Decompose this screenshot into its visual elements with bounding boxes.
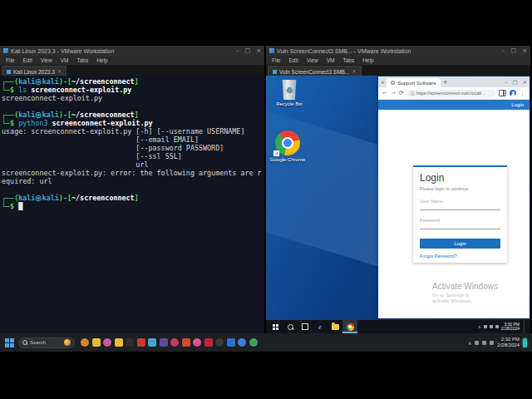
taskbar-pinned-app-purple[interactable]	[160, 338, 168, 347]
username-field[interactable]: User Name	[420, 199, 500, 210]
maximize-icon[interactable]: □	[512, 79, 517, 86]
password-field[interactable]: Password	[420, 218, 500, 229]
address-bar[interactable]: ⓘ https://screenconnect-vuln.local/...	[407, 90, 495, 97]
vmware-window-windows: Vuln ScreenConnect3 SMB... - VMware Work…	[266, 46, 530, 333]
menu-item-help[interactable]: Help	[362, 57, 373, 63]
login-title: Login	[420, 172, 500, 184]
menu-item-file[interactable]: File	[272, 57, 280, 63]
taskbar-pinned-app-dark[interactable]	[215, 338, 224, 347]
show-desktop-button[interactable]	[524, 320, 527, 333]
chrome-taskbar-button[interactable]	[342, 320, 357, 333]
taskbar-pinned-terminal[interactable]	[126, 338, 134, 347]
terminal-line: url	[2, 160, 263, 169]
chrome-icon	[347, 323, 354, 331]
menu-item-view[interactable]: View	[307, 57, 318, 63]
minimize-icon[interactable]: –	[502, 48, 505, 54]
tab-close-icon[interactable]: ×	[352, 68, 356, 75]
taskbar-pinned-app-green[interactable]	[249, 338, 258, 347]
start-button[interactable]	[268, 320, 283, 333]
task-view-button[interactable]	[298, 320, 313, 333]
menu-item-file[interactable]: File	[6, 57, 14, 63]
menu-item-tabs[interactable]: Tabs	[342, 57, 354, 63]
taskbar-pinned-app-blue-triangle[interactable]	[227, 338, 235, 347]
tab-search-icon[interactable]: ∨	[381, 79, 384, 85]
taskbar-pinned-app-music[interactable]	[204, 338, 213, 347]
terminal-line: ┌──(kali㉿kali)-[~/screenconnect]	[2, 111, 263, 119]
browser-tab[interactable]: Support Software	[387, 78, 440, 87]
menu-item-view[interactable]: View	[41, 57, 52, 63]
search-button[interactable]	[283, 320, 298, 333]
network-icon[interactable]	[490, 341, 494, 345]
menu-item-help[interactable]: Help	[96, 57, 107, 63]
clock[interactable]: 3:32 PM 2/28/2024	[501, 323, 520, 332]
task-view-icon	[302, 323, 308, 330]
network-icon[interactable]	[490, 325, 493, 328]
taskbar-pinned-app-vermilion[interactable]	[182, 338, 190, 347]
reload-icon[interactable]: ⟳	[399, 91, 404, 96]
vmware-menubar: FileEditViewVMTabsHelp	[0, 56, 264, 66]
taskbar-pinned-app-red[interactable]	[137, 338, 145, 347]
taskbar-pinned-app-crimson[interactable]	[170, 338, 179, 347]
search-icon	[288, 324, 293, 330]
terminal-line: ┌──(kali㉿kali)-[~/screenconnect]	[2, 194, 263, 202]
terminal-line: ┌──(kali㉿kali)-[~/screenconnect]	[2, 77, 263, 86]
menu-item-edit[interactable]: Edit	[22, 57, 32, 63]
host-search-box[interactable]: Search	[18, 337, 75, 348]
desktop-icon-recycle-bin[interactable]: ♻ Recycle Bin	[269, 80, 309, 106]
menu-kebab-icon[interactable]: ⋮	[520, 90, 525, 96]
window-titlebar[interactable]: Kali Linux 2023.3 - VMware Workstation –…	[0, 46, 264, 56]
volume-icon[interactable]	[482, 341, 486, 345]
shortcut-arrow-icon: ↗	[273, 150, 279, 156]
edge-button[interactable]: e	[313, 320, 328, 333]
tab-close-icon[interactable]: ×	[57, 68, 62, 75]
taskbar-pinned-file-explorer[interactable]	[115, 338, 123, 347]
taskbar-pinned-app-teal[interactable]	[148, 338, 156, 347]
desktop-icon-label: Google Chrome	[270, 157, 305, 162]
chrome-browser-window: ∨ Support Software + – □ × ← → ⟳ ⓘ htt	[378, 76, 530, 318]
profile-avatar[interactable]	[510, 90, 516, 96]
minimize-icon[interactable]: –	[236, 48, 239, 54]
close-icon[interactable]: ×	[522, 48, 527, 54]
chrome-icon: ↗	[275, 131, 300, 155]
tray-chevron-icon[interactable]: ∧	[478, 324, 481, 329]
file-explorer-button[interactable]	[328, 320, 342, 333]
desktop-icon-google-chrome[interactable]: ↗ Google Chrome	[268, 131, 308, 162]
forward-icon[interactable]: →	[391, 91, 396, 96]
site-favicon	[391, 81, 395, 85]
url-text: https://screenconnect-vuln.local/...	[416, 91, 485, 96]
taskbar-pinned-app-orange[interactable]	[81, 338, 89, 347]
taskbar-pinned-app-pink[interactable]	[193, 338, 201, 347]
new-tab-button[interactable]: +	[443, 79, 448, 86]
login-button[interactable]: Login	[420, 239, 500, 249]
host-clock[interactable]: 2:32 PM 2/28/2024	[497, 337, 520, 348]
back-icon[interactable]: ←	[382, 91, 387, 96]
site-info-icon: ⓘ	[411, 91, 415, 96]
kali-terminal[interactable]: ┌──(kali㉿kali)-[~/screenconnect]└─$ ls s…	[0, 76, 264, 333]
pinned-apps	[81, 338, 258, 347]
host-start-button[interactable]	[5, 338, 14, 347]
menu-item-edit[interactable]: Edit	[288, 57, 298, 63]
menu-item-tabs[interactable]: Tabs	[76, 57, 88, 63]
tray-chevron-icon[interactable]: ∧	[468, 340, 471, 346]
notification-badge[interactable]	[523, 338, 527, 347]
notifications-icon[interactable]	[484, 325, 487, 328]
menu-item-vm[interactable]: VM	[61, 57, 69, 63]
volume-icon[interactable]	[495, 325, 499, 328]
close-icon[interactable]: ×	[523, 79, 527, 86]
header-login-link[interactable]: Login	[511, 102, 524, 107]
vm-tab-label: Kali Linux 2023.3	[13, 69, 55, 75]
language-icon[interactable]	[475, 341, 479, 345]
login-card: Login Please login to continue. User Nam…	[413, 165, 507, 263]
window-titlebar[interactable]: Vuln ScreenConnect3 SMB... - VMware Work…	[266, 46, 530, 56]
taskbar-pinned-app-gold[interactable]	[92, 338, 101, 347]
windows-tab-icon	[273, 70, 277, 74]
side-panel-icon[interactable]	[499, 90, 506, 96]
menu-item-vm[interactable]: VM	[327, 57, 335, 63]
taskbar-pinned-app-magenta[interactable]	[103, 338, 111, 347]
maximize-icon[interactable]: □	[245, 48, 251, 54]
close-icon[interactable]: ×	[256, 48, 261, 54]
minimize-icon[interactable]: –	[505, 79, 507, 86]
forgot-password-link[interactable]: Forgot Password?	[420, 254, 500, 259]
taskbar-pinned-app-blue-globe[interactable]	[238, 338, 246, 347]
maximize-icon[interactable]: □	[511, 48, 517, 54]
